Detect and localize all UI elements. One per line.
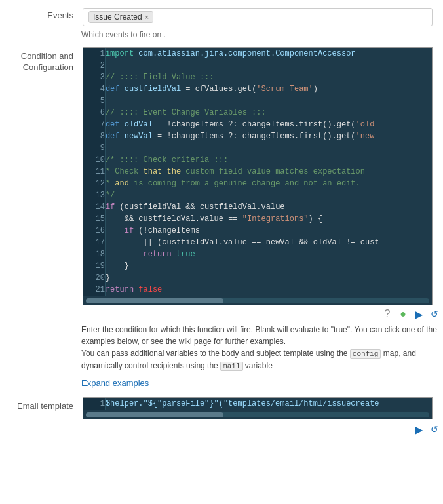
tag-label: Issue Created xyxy=(93,12,142,22)
code-table: 1 import com.atlassian.jira.component.Co… xyxy=(83,48,432,296)
table-row: 16 if (!changeItems xyxy=(83,225,432,237)
scrollbar-thumb xyxy=(86,298,223,303)
table-row: 10 /* :::: Check criteria ::: xyxy=(83,154,432,166)
events-row: Events Issue Created × xyxy=(0,0,443,34)
table-row: 19 } xyxy=(83,260,432,272)
events-hint: Which events to fire on . xyxy=(81,30,443,45)
email-play-icon[interactable]: ▶ xyxy=(413,423,425,435)
refresh-icon[interactable]: ↺ xyxy=(429,308,440,320)
table-row: 2 xyxy=(83,60,432,71)
table-row: 1 import com.atlassian.jira.component.Co… xyxy=(83,48,432,60)
events-input[interactable]: Issue Created × xyxy=(83,8,433,26)
code-toolbar: ? ● ▶ ↺ xyxy=(81,305,443,322)
table-row: 7 def oldVal = !changeItems ?: changeIte… xyxy=(83,119,432,130)
table-row: 8 def newVal = !changeItems ?: changeIte… xyxy=(83,130,432,142)
run-icon[interactable]: ● xyxy=(397,308,409,320)
table-row: 21 return false xyxy=(83,284,432,296)
condition-code-editor: 1 import com.atlassian.jira.component.Co… xyxy=(83,47,433,305)
code-area[interactable]: 1 import com.atlassian.jira.component.Co… xyxy=(83,48,432,296)
table-row: 14 if (custfieldVal && custfieldVal.valu… xyxy=(83,201,432,213)
email-template-row: Email template 1 $helper."${"parseFile"}… xyxy=(0,395,443,419)
email-template-label: Email template xyxy=(10,397,83,411)
email-toolbar: ▶ ↺ xyxy=(81,421,443,438)
table-row: 4 def custfieldVal = cfValues.get('Scrum… xyxy=(83,83,432,95)
condition-label: Condition and Configuration xyxy=(10,47,83,73)
condition-help: Enter the condition for which this funct… xyxy=(81,322,443,376)
email-code-table: 1 $helper."${"parseFile"}"("templates/em… xyxy=(83,398,432,410)
tag-remove[interactable]: × xyxy=(145,13,149,21)
table-row: 13 */ xyxy=(83,189,432,201)
email-code-editor: 1 $helper."${"parseFile"}"("templates/em… xyxy=(83,397,433,419)
table-row: 20 } xyxy=(83,272,432,284)
horizontal-scrollbar[interactable] xyxy=(83,296,432,305)
email-scrollbar-thumb xyxy=(86,412,223,417)
issue-created-tag: Issue Created × xyxy=(88,11,153,23)
table-row: 1 $helper."${"parseFile"}"("templates/em… xyxy=(83,398,432,410)
table-row: 17 || (custfieldVal.value == newVal && o… xyxy=(83,237,432,248)
expand-examples-link[interactable]: Expand examples xyxy=(81,376,443,395)
table-row: 12 * and is coming from a genuine change… xyxy=(83,178,432,189)
email-refresh-icon[interactable]: ↺ xyxy=(429,423,440,435)
help-icon[interactable]: ? xyxy=(381,308,393,320)
table-row: 9 xyxy=(83,142,432,154)
condition-row: Condition and Configuration 1 import com… xyxy=(0,45,443,305)
play-icon[interactable]: ▶ xyxy=(413,308,425,320)
events-label: Events xyxy=(10,8,83,20)
email-scrollbar-track xyxy=(86,412,429,417)
table-row: 15 && custfieldVal.value == "Integration… xyxy=(83,213,432,225)
table-row: 11 * Check that the custom field value m… xyxy=(83,166,432,178)
table-row: 3 // :::: Field Value ::: xyxy=(83,71,432,83)
table-row: 6 // :::: Event Change Variables ::: xyxy=(83,107,432,119)
table-row: 18 return true xyxy=(83,248,432,260)
table-row: 5 xyxy=(83,95,432,107)
email-horizontal-scrollbar[interactable] xyxy=(83,410,432,419)
scrollbar-track xyxy=(86,298,429,303)
